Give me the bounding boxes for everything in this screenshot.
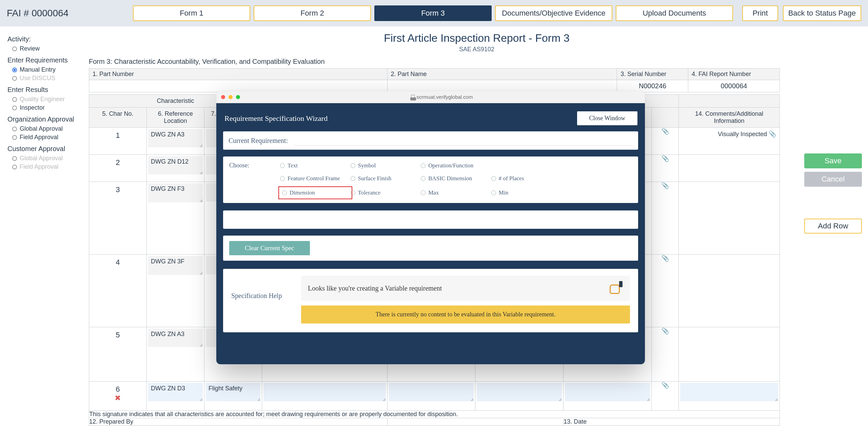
refloc-input[interactable] (148, 183, 203, 202)
th-part-name: 2. Part Name (387, 69, 617, 80)
refloc-input[interactable] (148, 383, 203, 401)
comment-input[interactable] (680, 383, 778, 401)
sidebar-org-global[interactable]: Global Approval (12, 125, 87, 132)
charno: 6✖ (89, 382, 146, 403)
delete-row-icon[interactable]: ✖ (115, 394, 121, 402)
tab-form3[interactable]: Form 3 (374, 5, 492, 21)
sidebar-quality-engineer: Quality Engineer (12, 96, 87, 103)
val-serial: N000246 (617, 80, 688, 92)
sidebar-cust-field: Field Approval (12, 163, 87, 170)
radio-icon (491, 176, 496, 181)
th-serial: 3. Serial Number (617, 69, 688, 80)
th-comments-blank (679, 95, 780, 108)
attachment-icon[interactable]: 📎 (652, 255, 679, 327)
th-refloc: 6. Reference Location (146, 108, 204, 128)
opt-max[interactable]: Max (421, 189, 491, 196)
sidebar-inspector[interactable]: Inspector (12, 104, 87, 111)
attachment-icon[interactable]: 📎 (652, 128, 679, 155)
sidebar-cust-field-label: Field Approval (20, 163, 58, 170)
window-close-icon[interactable] (221, 95, 225, 99)
current-requirement-label: Current Requirement: (229, 137, 288, 145)
header-table: 1. Part Number 2. Part Name 3. Serial Nu… (89, 68, 780, 92)
radio-icon (12, 135, 17, 140)
attachment-icon[interactable]: 📎 (652, 182, 679, 255)
spec-help-label: Specification Help (231, 276, 292, 300)
attachment-icon[interactable]: 📎 (652, 382, 679, 411)
charno: 4 (89, 255, 146, 267)
sidebar-cust-global: Global Approval (12, 155, 87, 162)
thumbs-down-icon (608, 281, 623, 295)
cell-input[interactable] (389, 383, 474, 401)
sidebar-review[interactable]: Review (12, 45, 87, 52)
opt-tolerance[interactable]: Tolerance (351, 189, 421, 196)
cell-input[interactable] (263, 383, 386, 401)
opt-text[interactable]: Text (280, 162, 351, 169)
add-row-button[interactable]: Add Row (804, 219, 862, 234)
back-to-status-button[interactable]: Back to Status Page (783, 5, 861, 21)
opt-min[interactable]: Min (491, 189, 562, 196)
opt-surface[interactable]: Surface Finish (351, 175, 421, 182)
lock-icon (411, 95, 415, 99)
designator-input[interactable] (206, 383, 260, 401)
requirement-wizard-modal: scrmuat.verifyglobal.com Requirement Spe… (216, 91, 645, 364)
sidebar-quality-engineer-label: Quality Engineer (20, 96, 65, 103)
prepared-by-label: 12. Prepared By (89, 418, 388, 426)
charno: 5 (89, 327, 146, 339)
radio-icon (12, 47, 17, 51)
opt-fcf[interactable]: Feature Control Frame (280, 175, 351, 182)
tab-form1[interactable]: Form 1 (133, 5, 250, 21)
charno: 3 (89, 182, 146, 194)
sidebar-manual-entry[interactable]: Manual Entry (12, 66, 87, 73)
cell-input[interactable] (477, 383, 562, 401)
opt-operation[interactable]: Operation/Function (421, 162, 491, 169)
cancel-button[interactable]: Cancel (804, 172, 862, 187)
val-part-number (89, 80, 388, 92)
close-window-button[interactable]: Close Window (577, 111, 637, 125)
sidebar-activity-title: Activity: (7, 35, 87, 43)
comment-text: Visually Inspected (718, 131, 767, 137)
refloc-input[interactable] (148, 329, 203, 347)
sidebar-org-field[interactable]: Field Approval (12, 134, 87, 141)
current-requirement-input[interactable] (294, 135, 633, 146)
refloc-input[interactable] (148, 129, 203, 147)
radio-icon (280, 163, 285, 168)
refloc-input[interactable] (148, 156, 203, 174)
radio-icon (280, 176, 285, 181)
window-minimize-icon[interactable] (229, 95, 233, 99)
window-maximize-icon[interactable] (236, 95, 240, 99)
charno: 1 (89, 128, 146, 140)
th-comments: 14. Comments/Additional Information (679, 108, 780, 128)
cell-input[interactable] (565, 383, 650, 401)
sidebar-use-discus: Use DISCUS (12, 75, 87, 82)
modal-url: scrmuat.verifyglobal.com (243, 94, 640, 100)
tab-form2[interactable]: Form 2 (254, 5, 371, 21)
radio-icon (12, 97, 17, 102)
radio-icon (351, 190, 355, 195)
charno: 2 (89, 155, 146, 167)
radio-icon (12, 156, 17, 161)
opt-dimension[interactable]: Dimension (280, 188, 351, 198)
save-button[interactable]: Save (804, 153, 862, 168)
opt-places[interactable]: # of Places (491, 175, 562, 182)
sidebar-cust-global-label: Global Approval (20, 155, 63, 162)
clear-current-spec-button[interactable]: Clear Current Spec (229, 241, 310, 255)
attachment-icon[interactable]: 📎 (769, 131, 776, 137)
opt-basic[interactable]: BASIC Dimension (421, 175, 491, 182)
val-fai: 0000064 (688, 80, 780, 92)
refloc-input[interactable] (148, 256, 203, 275)
radio-icon (12, 68, 17, 72)
attachment-icon[interactable]: 📎 (652, 327, 679, 382)
opt-symbol[interactable]: Symbol (351, 162, 421, 169)
print-button[interactable]: Print (742, 5, 778, 21)
table-row: 6✖ 📎 (89, 382, 780, 411)
th-charno: 5. Char No. (89, 108, 147, 128)
sidebar-org-approval-title: Organization Approval (7, 115, 87, 123)
radio-icon (491, 190, 496, 195)
form3-label: Form 3: Characteristic Accountability, V… (89, 58, 865, 66)
page-subtitle: SAE AS9102 (89, 46, 865, 53)
radio-icon (421, 176, 426, 181)
sidebar-inspector-label: Inspector (20, 104, 45, 111)
tab-documents[interactable]: Documents/Objective Evidence (495, 5, 612, 21)
attachment-icon[interactable]: 📎 (652, 155, 679, 182)
tab-upload[interactable]: Upload Documents (616, 5, 733, 21)
